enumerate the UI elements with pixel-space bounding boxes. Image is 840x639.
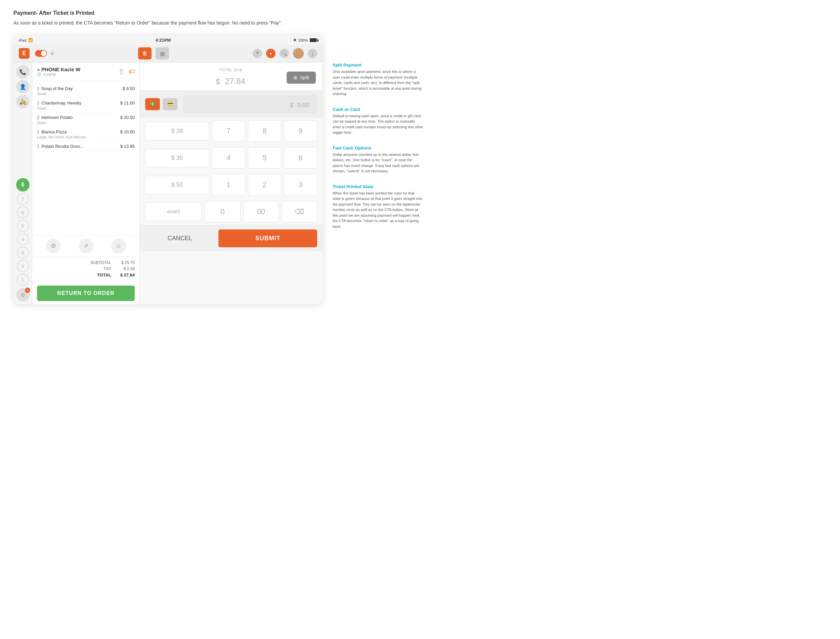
order-customer-name: ● PHONE Kacie W — [37, 67, 80, 72]
return-to-order-button[interactable]: RETURN TO ORDER — [37, 286, 135, 301]
subtotal-value: $ 25.75 — [118, 261, 135, 265]
cancel-button[interactable]: CANCEL — [145, 229, 214, 247]
total-due-label: TOTAL DUE — [189, 68, 274, 72]
numpad-6[interactable]: 6 — [284, 147, 317, 168]
order-circle-4[interactable]: 4 — [17, 233, 29, 245]
order-action-share[interactable]: ↗ — [79, 238, 94, 253]
header-right-icons: ? ● 🔍 ⋮ — [253, 48, 317, 59]
cash-button[interactable]: 💵 — [145, 98, 160, 110]
numpad-5[interactable]: 5 — [248, 147, 281, 168]
order-item: 2Chardonnay, Hendry $ 11.00 Glass — [32, 98, 140, 113]
fast-cash-28[interactable]: $ 28 — [145, 122, 209, 140]
numpad-7[interactable]: 7 — [212, 120, 245, 142]
more-icon[interactable]: ⋮ — [308, 49, 317, 58]
split-section: ⊞ Split — [274, 72, 316, 84]
annotation-ticket-printed: Ticket Printed State When the ticket has… — [332, 184, 423, 229]
menu-icon: ▦ — [160, 50, 165, 57]
cash-input-display: $ 0.00 — [183, 95, 317, 114]
fast-cash-row-2: $ 30 4 5 6 — [140, 145, 323, 171]
tax-label: TAX — [91, 266, 111, 271]
card-button[interactable]: 💳 — [162, 98, 177, 110]
ipad-frame: iPad 📶 4:21PM ✱ 100% E ☀ — [13, 36, 323, 304]
order-status-dot: ● — [37, 67, 40, 72]
annotation-text: Default to having cash open, since a cre… — [332, 113, 423, 135]
order-item: 2Heirloom Potato $ 20.50 Glass — [32, 113, 140, 127]
fast-cash-50[interactable]: $ 50 — [145, 176, 209, 194]
fast-cash-row-3: $ 50 1 2 3 — [140, 171, 323, 198]
sidebar-phone-icon[interactable]: 📞 — [16, 65, 30, 79]
app-body: 📞 👤 🛵 8 7 6 5 4 3 2 1 ⚙ 1 — [13, 62, 323, 304]
backspace-button[interactable]: ⌫ — [282, 201, 317, 223]
order-actions: ⚙ ↗ ☺ — [32, 235, 140, 257]
battery-icon — [310, 38, 317, 42]
annotation-text: When the ticket has been printed the col… — [332, 191, 423, 229]
order-circle-2[interactable]: 2 — [17, 260, 29, 272]
help-icon[interactable]: ? — [253, 49, 262, 58]
app-header: E ☀ 🗑 ▦ ? ● 🔍 — [13, 45, 323, 62]
payment-type-row: 💵 💳 $ 0.00 — [140, 91, 323, 118]
numpad-3[interactable]: 3 — [284, 174, 317, 196]
status-time: 4:21PM — [156, 38, 171, 43]
fast-cash-30[interactable]: $ 30 — [145, 149, 209, 167]
cash-symbol: $ — [290, 102, 293, 108]
sidebar-delivery-icon[interactable]: 🛵 — [16, 95, 30, 108]
order-circle-3[interactable]: 3 — [17, 246, 29, 259]
numpad-9[interactable]: 9 — [284, 120, 317, 142]
exact-button[interactable]: exact — [145, 202, 202, 221]
notification-badge: 1 — [25, 288, 30, 293]
order-circle-5[interactable]: 5 — [17, 220, 29, 232]
alert-icon[interactable]: ● — [266, 49, 275, 58]
total-due-amount: $ 27.84 — [189, 72, 274, 87]
split-icon: ⊞ — [293, 75, 298, 80]
total-value: $ 27.84 — [118, 272, 135, 278]
numpad-0[interactable]: 0 — [205, 201, 240, 223]
order-items-list: 1Soup of the Day $ 9.50 Small 2Chardonna… — [32, 81, 140, 235]
sun-icon: ☀ — [50, 50, 54, 57]
total-row: TOTAL $ 27.84 — [37, 272, 135, 278]
battery-label: 100% — [298, 38, 308, 42]
order-circle-8[interactable]: 8 — [16, 178, 30, 191]
submit-button[interactable]: SUBMIT — [218, 229, 317, 247]
search-icon[interactable]: 🔍 — [280, 49, 289, 58]
order-circle-1[interactable]: 1 — [17, 273, 29, 286]
fast-cash-row-1: $ 28 7 8 9 — [140, 118, 323, 145]
order-totals: SUBTOTAL $ 25.75 TAX $ 2.09 TOTAL $ 27.8… — [32, 257, 140, 282]
split-button[interactable]: ⊞ Split — [286, 72, 316, 84]
annotation-title: Fast Cash Options — [332, 145, 423, 151]
order-action-settings[interactable]: ⚙ — [46, 238, 61, 253]
annotation-text: Only available upon payment, since this … — [332, 69, 423, 97]
order-item: 1Bianca Pizza $ 10.00 Large, No Onion, S… — [32, 127, 140, 141]
bottom-numpad-row: exact 0 00 ⌫ — [140, 198, 323, 225]
trash-icon: 🗑 — [142, 50, 148, 56]
subtotal-row: SUBTOTAL $ 25.75 — [37, 261, 135, 265]
numpad-8[interactable]: 8 — [248, 120, 281, 142]
app-logo: E — [19, 48, 30, 59]
annotation-split-payment: Split Payment Only available upon paymen… — [332, 62, 423, 97]
theme-toggle[interactable] — [35, 50, 47, 57]
numpad-1[interactable]: 1 — [212, 174, 245, 196]
order-circle-7[interactable]: 7 — [17, 193, 29, 205]
payment-header: TOTAL DUE $ 27.84 ⊞ Split — [140, 62, 323, 91]
user-avatar[interactable] — [293, 48, 304, 59]
card-icon: 💳 — [167, 102, 173, 107]
ipad-label: iPad — [19, 38, 26, 42]
sidebar: 📞 👤 🛵 8 7 6 5 4 3 2 1 ⚙ 1 — [13, 62, 32, 304]
status-left: iPad 📶 — [19, 38, 33, 42]
payment-panel: TOTAL DUE $ 27.84 ⊞ Split — [140, 62, 323, 304]
order-circle-6[interactable]: 6 — [17, 206, 29, 218]
order-header: ● PHONE Kacie W 🕐 4:15PM 🍴 🏷 — [32, 62, 140, 81]
numpad-4[interactable]: 4 — [212, 147, 245, 168]
order-time: 🕐 4:15PM — [37, 72, 80, 76]
status-bar: iPad 📶 4:21PM ✱ 100% — [13, 36, 323, 45]
numpad-2[interactable]: 2 — [248, 174, 281, 196]
numpad-00[interactable]: 00 — [243, 201, 279, 223]
order-action-smiley[interactable]: ☺ — [111, 238, 126, 253]
trash-icon-btn[interactable]: 🗑 — [138, 48, 151, 59]
cash-icon: 💵 — [150, 102, 156, 107]
menu-icon-btn[interactable]: ▦ — [156, 48, 169, 59]
annotation-title: Split Payment — [332, 62, 423, 68]
order-item: 1Soup of the Day $ 9.50 Small — [32, 84, 140, 98]
tax-row: TAX $ 2.09 — [37, 266, 135, 271]
payment-bottom: CANCEL SUBMIT — [140, 225, 323, 251]
sidebar-person-icon[interactable]: 👤 — [16, 80, 30, 94]
